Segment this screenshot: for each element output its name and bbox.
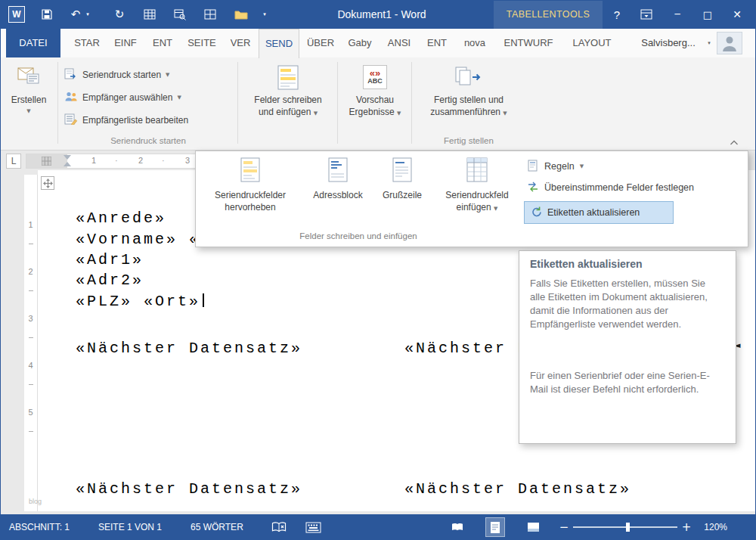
status-page[interactable]: SEITE 1 VON 1 xyxy=(98,514,162,540)
select-recipients-icon xyxy=(64,91,78,104)
tab-entwurf[interactable]: ENT xyxy=(145,29,180,57)
read-mode-icon[interactable] xyxy=(448,517,467,537)
tab-ueberpruefen[interactable]: ÜBER xyxy=(301,29,340,57)
word-logo-icon[interactable]: W xyxy=(6,0,27,29)
address-block-button[interactable]: Adressblock xyxy=(303,154,373,201)
group-separator xyxy=(237,62,238,144)
ruler-number: 1 xyxy=(24,220,37,229)
table-move-handle-icon[interactable] xyxy=(41,176,54,190)
start-mail-merge-button[interactable]: Seriendruck starten ▼ xyxy=(62,65,172,85)
redo-icon[interactable]: ↻ xyxy=(110,0,129,29)
help-icon[interactable]: ? xyxy=(608,0,626,29)
finish-merge-button[interactable]: Fertig stellen und zusammenführen ▼ xyxy=(416,62,522,119)
create-button[interactable]: Erstellen ▼ xyxy=(5,62,53,114)
print-layout-icon[interactable] xyxy=(485,517,505,537)
edit-recipient-list-button[interactable]: Empfängerliste bearbeiten xyxy=(62,110,191,130)
dropdown-arrow-icon: ▼ xyxy=(580,163,584,169)
tab-sendungen-active[interactable]: SEND xyxy=(259,29,299,58)
account-name[interactable]: Salvisberg... xyxy=(632,29,705,57)
highlight-merge-fields-button[interactable]: Seriendruckfelder hervorheben xyxy=(199,154,302,213)
tab-gaby[interactable]: Gaby xyxy=(342,29,378,57)
tab-ent2[interactable]: ENT xyxy=(420,29,454,57)
undo-dropdown-icon[interactable]: ▾ xyxy=(83,0,92,29)
insert-merge-field-button[interactable]: Seriendruckfeld einfügen ▼ xyxy=(432,154,522,215)
column-marker-icon[interactable] xyxy=(42,157,51,168)
tab-ansicht[interactable]: ANSI xyxy=(380,29,419,57)
select-recipients-button[interactable]: Empfänger auswählen ▼ xyxy=(62,88,184,107)
next-record-field[interactable]: «Nächster Datensatz» xyxy=(76,480,302,498)
ruler-tick xyxy=(29,290,33,291)
rules-button[interactable]: Regeln ▼ xyxy=(527,157,584,175)
group-label-fertig-stellen: Fertig stellen xyxy=(416,136,522,145)
merge-field-vorname[interactable]: «Vorname» «N xyxy=(76,231,212,248)
qat-table-icon[interactable] xyxy=(141,0,159,29)
ribbon-display-icon[interactable] xyxy=(637,0,656,29)
tab-nova[interactable]: nova xyxy=(455,29,494,57)
tab-selector[interactable]: L xyxy=(6,154,21,169)
zoom-level[interactable]: 120% xyxy=(692,514,727,540)
zoom-slider-track[interactable] xyxy=(573,526,677,528)
address-block-icon xyxy=(327,157,349,189)
qat-customize-icon[interactable]: ▾ xyxy=(259,0,271,29)
status-word-count[interactable]: 65 WÖRTER xyxy=(191,514,243,540)
tab-einfuegen[interactable]: EINF xyxy=(107,29,144,57)
keyboard-icon[interactable] xyxy=(305,522,321,535)
ruler-tick xyxy=(29,384,33,385)
qat-find-icon[interactable] xyxy=(171,0,189,29)
tooltip-body: Falls Sie Etiketten erstellen, müssen Si… xyxy=(530,277,710,331)
write-insert-fields-button[interactable]: Felder schreiben und einfügen ▼ xyxy=(242,62,334,119)
zoom-slider-handle[interactable] xyxy=(626,523,630,532)
merge-field-adr1[interactable]: «Adr1» xyxy=(76,251,144,268)
merge-field-anrede[interactable]: «Anrede» xyxy=(76,209,166,227)
close-icon[interactable]: ✕ xyxy=(724,0,750,29)
zoom-out-icon[interactable]: − xyxy=(558,514,570,540)
hanging-indent-marker[interactable] xyxy=(64,162,71,166)
tooltip-title: Etiketten aktualisieren xyxy=(530,258,725,270)
tooltip-etiketten-aktualisieren: Etiketten aktualisieren Falls Sie Etiket… xyxy=(519,250,736,444)
ruler-tick xyxy=(29,244,33,244)
update-labels-button[interactable]: Etiketten aktualisieren xyxy=(524,201,674,224)
next-record-field[interactable]: «Nächster D xyxy=(404,340,529,357)
ruler-number: 4 xyxy=(24,361,37,370)
minimize-icon[interactable]: ─ xyxy=(667,0,688,29)
start-merge-icon xyxy=(64,68,78,82)
preview-results-button[interactable]: «»ABC Vorschau Ergebnisse ▼ xyxy=(342,62,408,119)
next-record-field[interactable]: «Nächster Datensatz» xyxy=(76,340,302,357)
dropdown-arrow-icon: ▼ xyxy=(314,110,318,116)
first-line-indent-marker[interactable] xyxy=(64,155,71,160)
save-icon[interactable] xyxy=(38,0,56,29)
tab-tabellentools-entwurf[interactable]: ENTWURF xyxy=(496,29,561,57)
next-record-field[interactable]: «Nächster Datensatz» xyxy=(404,480,631,498)
proofing-icon[interactable] xyxy=(271,521,287,536)
rules-icon xyxy=(527,160,539,174)
merge-field-adr2[interactable]: «Adr2» xyxy=(76,272,144,289)
maximize-icon[interactable]: □ xyxy=(697,0,718,29)
merge-field-plz-ort[interactable]: «PLZ» «Ort» xyxy=(76,293,200,310)
status-section[interactable]: ABSCHNITT: 1 xyxy=(9,514,70,540)
tab-start[interactable]: STAR xyxy=(67,29,107,57)
account-dropdown-icon[interactable]: ▾ xyxy=(705,29,714,57)
dropdown-arrow-icon: ▼ xyxy=(177,95,181,101)
ruler-number: 2 xyxy=(24,267,37,276)
vertical-ruler[interactable]: 1 2 3 4 5 xyxy=(24,175,38,511)
zoom-in-icon[interactable]: + xyxy=(680,514,692,540)
avatar[interactable] xyxy=(717,32,742,54)
folder-icon[interactable] xyxy=(231,0,251,29)
ruler-number: 3 xyxy=(24,314,37,323)
tab-datei[interactable]: DATEI xyxy=(6,29,60,57)
tab-tabellentools-layout[interactable]: LAYOUT xyxy=(562,29,621,57)
ribbon-tab-bar: DATEI STAR EINF ENT SEITE VER SEND ÜBER … xyxy=(0,29,756,57)
dropdown-arrow-icon: ▼ xyxy=(397,110,401,116)
ruler-number: 5 xyxy=(24,408,37,417)
tab-seite[interactable]: SEITE xyxy=(181,29,222,57)
status-bar: ABSCHNITT: 1 SEITE 1 VON 1 65 WÖRTER − +… xyxy=(0,514,756,540)
undo-icon[interactable]: ↶ xyxy=(68,0,83,29)
web-layout-icon[interactable] xyxy=(523,517,543,537)
match-fields-button[interactable]: Übereinstimmende Felder festlegen xyxy=(527,178,694,197)
greeting-line-icon xyxy=(392,157,413,189)
write-insert-fields-flyout: Seriendruckfelder hervorheben Adressbloc… xyxy=(195,151,748,247)
qat-grid-icon[interactable] xyxy=(201,0,219,29)
collapse-ribbon-icon[interactable] xyxy=(729,138,739,148)
tab-verweise[interactable]: VER xyxy=(224,29,257,57)
greeting-line-button[interactable]: Grußzeile xyxy=(374,154,430,201)
